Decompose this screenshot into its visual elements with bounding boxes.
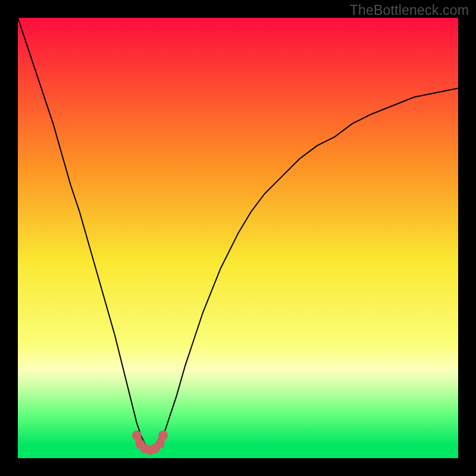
gradient-background (18, 18, 458, 458)
chart-frame: TheBottleneck.com (0, 0, 476, 476)
plot-area (18, 18, 458, 458)
valley-dot (158, 431, 168, 440)
watermark-text: TheBottleneck.com (350, 2, 469, 18)
valley-dot (132, 431, 142, 440)
bottleneck-chart (18, 18, 458, 458)
valley-dot (155, 439, 164, 449)
